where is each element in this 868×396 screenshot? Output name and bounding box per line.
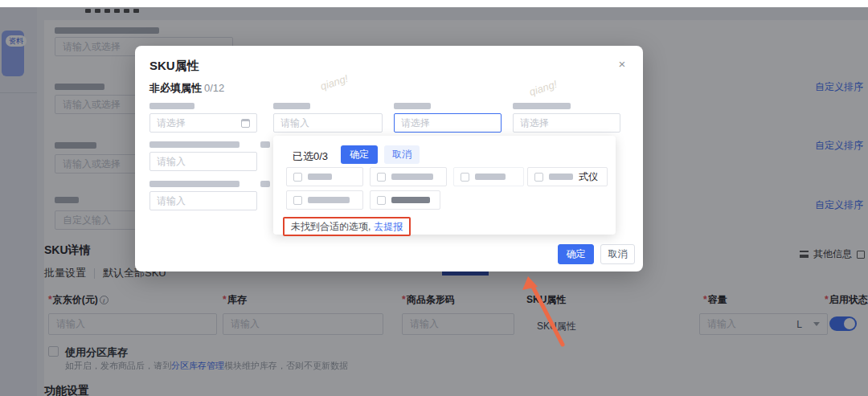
attr-text-input-1[interactable]: 请输入 — [273, 113, 383, 133]
checkbox-icon — [293, 173, 302, 182]
redacted-label — [149, 103, 194, 109]
attr-option-5[interactable] — [286, 190, 363, 210]
placeholder-text: 请输入 — [157, 155, 186, 169]
checkbox-icon — [377, 173, 386, 182]
watermark: qiang! — [319, 72, 350, 92]
redacted-label — [149, 141, 240, 148]
redacted-option-text — [475, 174, 506, 180]
calendar-icon — [241, 119, 250, 128]
redacted-label — [260, 181, 270, 187]
dropdown-confirm-button[interactable]: 确定 — [341, 145, 378, 164]
attr-text-input-3[interactable]: 请输入 — [149, 191, 257, 210]
attr-option-2[interactable] — [370, 167, 447, 186]
attr-option-3[interactable] — [453, 167, 524, 186]
checkbox-icon — [377, 196, 386, 205]
placeholder-text: 请输入 — [157, 194, 186, 208]
watermark: qiang! — [528, 78, 559, 98]
redacted-option-text — [308, 174, 332, 180]
placeholder-text: 请选择 — [157, 116, 186, 130]
modal-cancel-button[interactable]: 取消 — [600, 244, 635, 264]
checkbox-icon — [293, 196, 302, 205]
checkbox-icon — [461, 173, 469, 182]
modal-confirm-button[interactable]: 确定 — [558, 244, 594, 264]
top-strip — [0, 0, 868, 7]
redacted-label — [273, 103, 310, 109]
placeholder-text: 请选择 — [401, 116, 430, 130]
sku-attr-modal: qiang! qiang! SKU属性 × 非必填属性0/12 请选择 请输入 … — [135, 46, 643, 271]
notfound-highlight-box: 未找到合适的选项, 去提报 — [283, 217, 411, 236]
redacted-label — [260, 141, 270, 148]
redacted-option-text — [391, 197, 430, 203]
placeholder-text: 请选择 — [520, 116, 549, 130]
screen: 资料 请输入或选择 请输入或选择 自定义排序 请输入或选择 自定义排序 自定义输… — [0, 0, 868, 396]
dropdown-cancel-button[interactable]: 取消 — [384, 145, 420, 164]
option-text-suffix: 式仪 — [579, 170, 598, 184]
attr-date-select[interactable]: 请选择 — [149, 113, 257, 133]
redacted-label — [513, 103, 571, 109]
redacted-label — [149, 181, 240, 187]
attr-select-focused[interactable]: 请选择 — [394, 113, 502, 133]
modal-title: SKU属性 — [149, 59, 199, 74]
attr-option-1[interactable] — [286, 167, 363, 186]
attr-select-2[interactable]: 请选择 — [513, 113, 620, 133]
redacted-label — [394, 103, 431, 109]
notfound-text: 未找到合适的选项, — [291, 220, 371, 234]
report-link[interactable]: 去提报 — [374, 220, 403, 234]
attr-option-4[interactable]: 式仪 — [527, 167, 608, 186]
placeholder-text: 请输入 — [280, 116, 309, 130]
attr-options-dropdown: 已选0/3 确定 取消 式仪 — [273, 136, 616, 235]
attr-option-6[interactable] — [370, 190, 440, 210]
attr-text-input-2[interactable]: 请输入 — [149, 152, 257, 171]
checkbox-icon — [534, 173, 543, 182]
optional-attr-heading: 非必填属性0/12 — [149, 81, 224, 96]
redacted-option-text — [391, 174, 433, 180]
redacted-option-text — [308, 197, 350, 203]
close-icon[interactable]: × — [614, 56, 630, 72]
attr-count: 0/12 — [204, 82, 224, 94]
annotation-arrow — [502, 267, 579, 352]
redacted-option-text — [549, 174, 573, 180]
selected-count: 已选0/3 — [293, 149, 328, 164]
